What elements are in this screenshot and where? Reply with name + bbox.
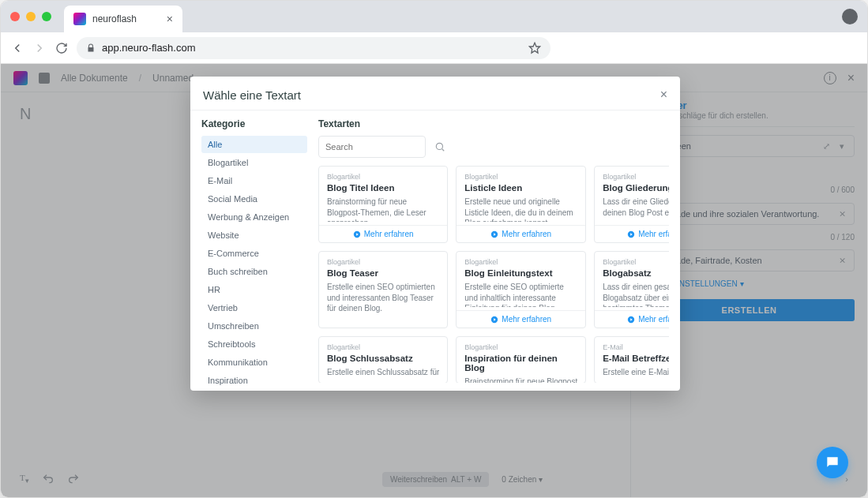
category-item[interactable]: E-Commerce — [201, 245, 307, 262]
card-learn-more[interactable]: Mehr erfahren — [457, 310, 585, 328]
card-category: Blogartikel — [603, 173, 669, 181]
category-item[interactable]: E-Mail — [201, 172, 307, 189]
category-item[interactable]: Vertrieb — [201, 299, 307, 316]
window-minimize[interactable] — [26, 12, 36, 21]
window-close[interactable] — [10, 12, 20, 21]
card-category: Blogartikel — [603, 258, 669, 266]
card-title: Blog Teaser — [327, 268, 439, 278]
card-title: Blogabsatz — [603, 268, 669, 278]
help-bubble[interactable] — [817, 447, 848, 478]
category-item[interactable]: Alle — [201, 136, 307, 153]
texttype-modal: Wähle eine Textart × Kategorie AlleBloga… — [190, 77, 680, 391]
texttype-card[interactable]: BlogartikelInspiration für deinen BlogBr… — [456, 336, 586, 383]
card-description: Erstelle eine SEO optimierte und inhaltl… — [464, 282, 577, 307]
search-field[interactable] — [325, 142, 434, 152]
url-input[interactable]: app.neuro-flash.com — [77, 37, 550, 59]
card-category: Blogartikel — [464, 343, 577, 351]
modal-close-icon[interactable]: × — [660, 88, 667, 102]
nav-forward-icon — [32, 41, 47, 55]
tab-title: neuroflash — [92, 13, 160, 24]
category-item[interactable]: Blogartikel — [201, 154, 307, 171]
texttype-card[interactable]: BlogartikelBlog Titel IdeenBrainstorming… — [318, 166, 448, 243]
card-category: Blogartikel — [327, 258, 439, 266]
category-item[interactable]: Buch schreiben — [201, 263, 307, 280]
card-title: Blog Titel Ideen — [327, 183, 439, 193]
card-title: Blog Schlussabsatz — [327, 354, 439, 363]
card-learn-more[interactable]: Mehr erfahren — [595, 310, 669, 328]
texttype-card[interactable]: BlogartikelBlog EinleitungstextErstelle … — [456, 251, 586, 328]
card-learn-more[interactable]: Mehr erfahren — [595, 225, 669, 242]
texttype-card[interactable]: BlogartikelBlog GliederungLass dir eine … — [594, 166, 669, 243]
category-item[interactable]: Umschreiben — [201, 317, 307, 335]
browser-tab[interactable]: neuroflash × — [64, 6, 182, 32]
card-category: E-Mail — [603, 343, 669, 351]
nav-reload-icon[interactable] — [54, 41, 69, 55]
search-icon — [434, 141, 445, 152]
window-controls — [10, 12, 51, 21]
modal-title: Wähle eine Textart — [203, 88, 301, 102]
browser-address-bar: app.neuro-flash.com — [1, 32, 867, 64]
card-learn-more[interactable]: Mehr erfahren — [319, 225, 447, 242]
card-category: Blogartikel — [464, 258, 577, 266]
card-description: Lass dir eine Gliederung für deinen Blog… — [603, 197, 669, 222]
card-description: Erstelle einen Schlussabsatz für — [327, 367, 439, 376]
types-heading: Textarten — [318, 118, 669, 129]
card-learn-more[interactable]: Mehr erfahren — [457, 225, 585, 242]
texttype-card[interactable]: BlogartikelBlog TeaserErstelle einen SEO… — [318, 251, 448, 328]
card-description: Lass dir einen gesamten Blogabsatz über … — [603, 282, 669, 307]
card-title: Inspiration für deinen Blog — [464, 354, 577, 373]
card-title: Blog Gliederung — [603, 183, 669, 193]
category-item[interactable]: HR — [201, 281, 307, 298]
card-description: Erstelle einen SEO optimierten und inter… — [327, 282, 439, 328]
card-title: Listicle Ideen — [464, 183, 577, 193]
tab-favicon — [73, 13, 86, 25]
card-category: Blogartikel — [327, 173, 439, 181]
texttype-card[interactable]: BlogartikelListicle IdeenErstelle neue u… — [456, 166, 586, 243]
card-category: Blogartikel — [327, 343, 439, 351]
category-item[interactable]: Kommunikation — [201, 354, 307, 371]
card-title: E-Mail Betreffzeile — [603, 354, 669, 363]
category-item[interactable]: Werbung & Anzeigen — [201, 208, 307, 226]
svg-point-5 — [436, 143, 442, 149]
search-input[interactable] — [318, 136, 426, 158]
category-heading: Kategorie — [201, 118, 307, 129]
texttype-card[interactable]: BlogartikelBlogabsatzLass dir einen gesa… — [594, 251, 669, 328]
extension-icon[interactable] — [842, 9, 858, 24]
category-item[interactable]: Website — [201, 227, 307, 244]
texttype-card[interactable]: E-MailE-Mail BetreffzeileErstelle eine E… — [594, 336, 669, 383]
category-item[interactable]: Inspiration — [201, 372, 307, 389]
category-item[interactable]: Schreibtools — [201, 335, 307, 353]
card-description: Erstelle eine E-Mail Betreffzeile — [603, 367, 669, 376]
card-description: Erstelle neue und originelle Listicle Id… — [464, 197, 577, 222]
svg-marker-0 — [529, 43, 539, 53]
category-item[interactable]: Social Media — [201, 190, 307, 208]
texttype-card[interactable]: BlogartikelBlog SchlussabsatzErstelle ei… — [318, 336, 448, 383]
window-zoom[interactable] — [42, 12, 51, 21]
nav-back-icon[interactable] — [10, 41, 24, 55]
card-description: Brainstorming für neue Blogpost-Themen, … — [327, 197, 439, 222]
bookmark-star-icon[interactable] — [528, 42, 541, 54]
card-title: Blog Einleitungstext — [464, 268, 577, 278]
tab-close-icon[interactable]: × — [167, 13, 173, 24]
card-category: Blogartikel — [464, 173, 577, 181]
lock-icon — [86, 43, 96, 53]
card-description: Brainstorming für neue Blogpost — [464, 376, 577, 383]
browser-tabbar: neuroflash × — [1, 1, 867, 32]
url-text: app.neuro-flash.com — [102, 42, 196, 54]
